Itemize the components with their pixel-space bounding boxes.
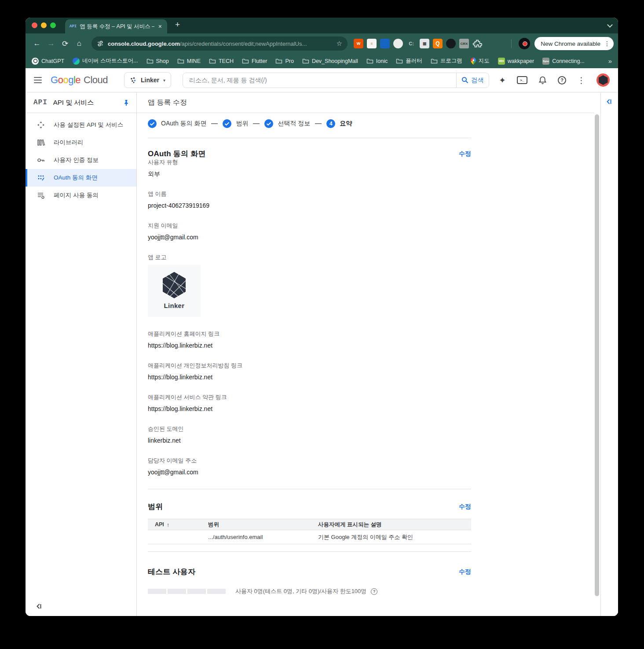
home-button[interactable]: ⌂ (72, 37, 86, 51)
step-summary[interactable]: 4 요약 (326, 119, 352, 128)
step-oauth-consent[interactable]: OAuth 동의 화면 (148, 119, 206, 128)
sidebar-item-library[interactable]: 라이브러리 (26, 134, 136, 151)
sidebar-item-page-usage-agreements[interactable]: 페이지 사용 동의 (26, 187, 136, 204)
bookmark-folder-tech[interactable]: TECH (209, 58, 234, 64)
field-contact-email: 담당자 이메일 주소 yoojjtt@gmail.com (148, 457, 471, 477)
site-settings-icon[interactable] (97, 40, 104, 47)
notifications-bell-icon[interactable] (538, 76, 547, 84)
panel-collapse-icon[interactable] (605, 98, 612, 105)
bookmark-folder-dev-shoopingmall[interactable]: Dev_ShoopingMall (302, 58, 358, 64)
new-tab-button[interactable]: + (175, 20, 180, 29)
wakkpaper-icon: WH (498, 58, 505, 65)
forward-button[interactable]: → (44, 37, 58, 51)
tab-close-icon[interactable]: × (157, 23, 163, 30)
folder-icon (396, 58, 403, 64)
address-bar[interactable]: console.cloud.google.com/apis/credential… (91, 37, 348, 51)
close-window-button[interactable] (32, 22, 37, 28)
bookmark-folder-ionic[interactable]: Ionic (366, 58, 388, 64)
google-cloud-logo[interactable]: G o o g l e Cloud (51, 74, 108, 86)
cloud-shell-icon[interactable]: >_ (517, 76, 527, 84)
step-done-icon (148, 119, 157, 128)
bookmark-wakkpaper[interactable]: WH wakkpaper (498, 58, 534, 65)
help-circle-icon[interactable]: ? (371, 588, 377, 595)
oauth-edit-link[interactable]: 수정 (459, 150, 471, 158)
folder-icon (242, 58, 249, 64)
project-selector[interactable]: Linker ▾ (124, 72, 171, 88)
screenshot-extension-icon[interactable]: ▦ (420, 39, 429, 48)
sidebar-item-credentials[interactable]: 사용자 인증 정보 (26, 151, 136, 169)
dictionary-extension-icon[interactable] (380, 39, 390, 48)
scopes-section-title: 범위 (148, 502, 163, 512)
step-connector (315, 123, 322, 124)
pin-icon[interactable] (123, 99, 129, 106)
bookmark-connecting[interactable]: Sync Connecting... (542, 58, 585, 65)
fullscreen-window-button[interactable] (50, 22, 56, 28)
bookmark-folder-pro[interactable]: Pro (275, 58, 293, 64)
scopes-section-header: 범위 수정 (148, 502, 471, 512)
bookmark-folder-mine[interactable]: MINE (177, 58, 201, 64)
search-input[interactable] (183, 73, 456, 88)
bookmark-folder-program[interactable]: 프로그램 (431, 57, 462, 65)
bookmark-folder-flutter-kr[interactable]: 플러터 (396, 57, 422, 65)
browser-menu-icon[interactable]: ⋮ (604, 40, 610, 47)
oauth-consent-icon (36, 174, 46, 182)
oauth-section-title: OAuth 동의 화면 (148, 149, 206, 159)
notes-extension-icon[interactable]: ≡ (367, 39, 377, 48)
folder-icon (177, 58, 184, 64)
sidebar-collapse-icon[interactable] (35, 603, 42, 610)
chrome-update-button[interactable]: New Chrome available ⋮ (534, 37, 614, 50)
page-title-row: 앱 등록 수정 (137, 92, 594, 113)
nav-menu-icon[interactable] (34, 77, 42, 83)
bookmark-folder-shop[interactable]: Shop (146, 58, 169, 64)
sidebar-item-oauth-consent[interactable]: OAuth 동의 화면 (26, 169, 136, 187)
url-text[interactable]: console.cloud.google.com/apis/credential… (108, 40, 307, 47)
oauth-section-header: OAuth 동의 화면 수정 (148, 149, 471, 159)
extensions-puzzle-icon[interactable] (472, 39, 482, 48)
bookmark-chatgpt[interactable]: ChatGPT (32, 58, 64, 65)
help-icon[interactable]: ? (558, 76, 566, 84)
field-homepage-link: 애플리케이션 홈페이지 링크 https://blog.linkerbiz.ne… (148, 330, 471, 350)
step-optional-info[interactable]: 선택적 정보 (264, 119, 310, 128)
folder-icon (275, 58, 282, 64)
incognito-extension-icon[interactable] (393, 39, 403, 48)
search-button[interactable]: 검색 (456, 73, 489, 88)
more-menu-icon[interactable]: ⋮ (577, 75, 585, 85)
browser-profile-avatar[interactable] (519, 38, 530, 49)
sidebar-item-enabled-apis[interactable]: 사용 설정된 API 및 서비스 (26, 116, 136, 134)
sidebar-items: 사용 설정된 API 및 서비스 라이브러리 사용자 인증 정보 (26, 113, 136, 204)
tab-strip: API 앱 등록 수정 – API 및 서비스 – Lin × + (26, 18, 618, 33)
bookmark-maps[interactable]: 지도 (471, 57, 490, 65)
main-area: 앱 등록 수정 OAuth 동의 화면 (137, 92, 618, 616)
bookmarks-overflow-icon[interactable]: » (608, 57, 612, 65)
toolbar-tail: New Chrome available ⋮ (509, 37, 614, 50)
colorpicker-extension-icon[interactable]: C: (406, 39, 416, 48)
tab-search-chevron-icon[interactable] (607, 22, 613, 28)
step-scopes[interactable]: 범위 (223, 119, 248, 128)
sort-ascending-icon[interactable]: ↑ (167, 521, 170, 528)
toolbar-separator (511, 39, 512, 48)
bookmark-folder-flutter[interactable]: Flutter (242, 58, 267, 64)
crx-extension-icon[interactable]: CRX (459, 39, 469, 48)
test-users-edit-link[interactable]: 수정 (459, 568, 471, 576)
enabled-apis-icon (36, 121, 46, 129)
refresh-button[interactable]: ⟳ (58, 37, 72, 51)
divider (148, 489, 471, 489)
vertical-scrollbar[interactable] (595, 114, 599, 596)
test-users-section-title: 테스트 사용자 (148, 567, 195, 577)
sidebar-title: API 및 서비스 (53, 99, 94, 107)
w-extension-icon[interactable]: W (354, 39, 363, 48)
scopes-edit-link[interactable]: 수정 (459, 503, 471, 511)
gemini-sparkle-icon[interactable]: ✦ (499, 75, 506, 85)
bookmark-naver-smartstore[interactable]: 네이버 스마트스토어... (73, 57, 138, 65)
back-button[interactable]: ← (30, 37, 44, 51)
tab-favicon: API (70, 24, 77, 29)
sidebar-header: API API 및 서비스 (26, 92, 136, 113)
bookmark-star-icon[interactable]: ☆ (337, 40, 342, 48)
q-extension-icon[interactable]: Q (433, 39, 443, 48)
browser-tab[interactable]: API 앱 등록 수정 – API 및 서비스 – Lin × (65, 19, 167, 33)
minimize-window-button[interactable] (41, 22, 47, 28)
account-avatar[interactable] (596, 73, 610, 87)
darkmode-extension-icon[interactable] (446, 39, 456, 48)
api-logo: API (33, 99, 48, 106)
folder-icon (209, 58, 216, 64)
